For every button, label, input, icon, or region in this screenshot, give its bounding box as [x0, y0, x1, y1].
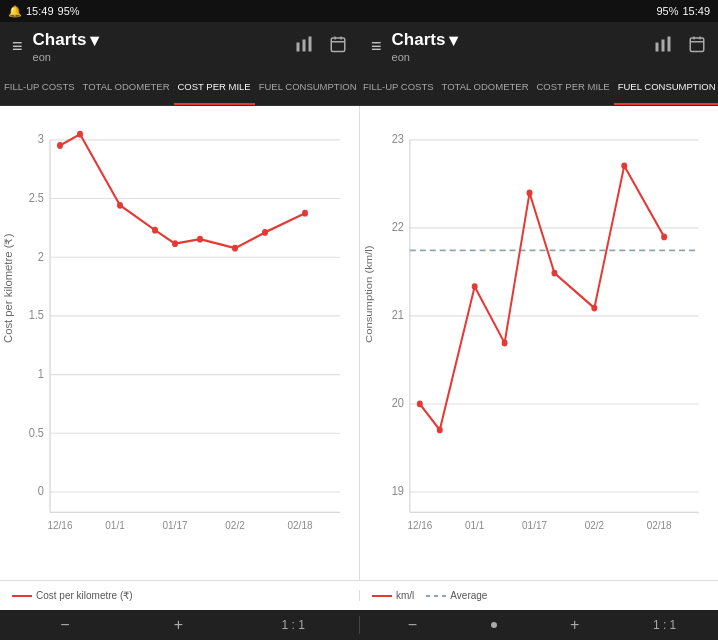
svg-text:12/16: 12/16 [47, 519, 72, 532]
svg-text:2.5: 2.5 [29, 190, 45, 204]
right-dot [491, 622, 497, 628]
right-tab-cost-per-mile[interactable]: COST PER MILE [533, 70, 614, 105]
svg-point-45 [302, 210, 308, 217]
svg-text:02/2: 02/2 [225, 519, 245, 532]
svg-text:1: 1 [38, 366, 44, 380]
left-toolbar-title: Charts ▾ eon [33, 30, 285, 63]
svg-point-37 [57, 142, 63, 149]
svg-rect-2 [309, 36, 312, 51]
notification-icon: 🔔 [8, 5, 22, 18]
right-dropdown-icon[interactable]: ▾ [449, 30, 458, 51]
svg-text:0.5: 0.5 [29, 425, 45, 439]
legend-average: Average [426, 590, 487, 601]
right-subtitle: eon [392, 51, 644, 63]
svg-text:12/16: 12/16 [407, 519, 432, 532]
legend-kml-label: km/l [396, 590, 414, 601]
status-right: 95% 15:49 [656, 5, 710, 17]
right-toolbar: ≡ Charts ▾ eon [359, 22, 718, 70]
left-tab-bar: FILL-UP COSTS TOTAL ODOMETER COST PER MI… [0, 70, 359, 106]
left-dropdown-icon[interactable]: ▾ [90, 30, 99, 51]
svg-point-73 [621, 162, 627, 169]
tab-total-odometer[interactable]: TOTAL ODOMETER [79, 70, 174, 105]
battery-left: 95% [58, 5, 80, 17]
right-bottom-pane: − + 1 : 1 [359, 616, 718, 634]
left-subtitle: eon [33, 51, 285, 63]
svg-text:1.5: 1.5 [29, 308, 45, 322]
svg-point-71 [551, 270, 557, 277]
right-plus-button[interactable]: + [564, 616, 585, 634]
legend-line-kml [372, 595, 392, 597]
right-tab-bar: FILL-UP COSTS TOTAL ODOMETER COST PER MI… [359, 70, 718, 106]
svg-rect-9 [668, 36, 671, 51]
right-toolbar-icons [654, 35, 706, 58]
right-menu-icon[interactable]: ≡ [371, 36, 382, 57]
legend-average-label: Average [450, 590, 487, 601]
svg-point-72 [591, 305, 597, 312]
svg-text:20: 20 [392, 396, 405, 410]
right-toolbar-title: Charts ▾ eon [392, 30, 644, 63]
svg-text:01/17: 01/17 [522, 519, 547, 532]
left-app-name: Charts ▾ [33, 30, 285, 51]
svg-point-66 [417, 401, 423, 408]
right-legend: km/l Average [359, 590, 718, 601]
svg-text:Consumption (km/l): Consumption (km/l) [363, 245, 374, 343]
svg-text:3: 3 [38, 132, 44, 146]
left-barchart-icon[interactable] [295, 35, 313, 58]
charts-area: 3 2.5 2 1.5 1 0.5 0 12/16 01/1 01/17 02/… [0, 106, 718, 580]
tab-cost-per-mile[interactable]: COST PER MILE [174, 70, 255, 105]
left-bottom-pane: − + 1 : 1 [0, 616, 359, 634]
svg-point-43 [232, 245, 238, 252]
battery-right: 95% [656, 5, 678, 17]
svg-rect-46 [360, 106, 718, 580]
svg-point-41 [172, 240, 178, 247]
svg-point-68 [472, 283, 478, 290]
svg-text:01/1: 01/1 [465, 519, 484, 532]
right-minus-button[interactable]: − [402, 616, 423, 634]
svg-rect-0 [297, 42, 300, 51]
legend-line-solid [12, 595, 32, 597]
svg-text:0: 0 [38, 484, 45, 498]
svg-rect-7 [656, 42, 659, 51]
left-minus-button[interactable]: − [54, 616, 75, 634]
svg-text:22: 22 [392, 220, 404, 234]
right-tab-total-odometer[interactable]: TOTAL ODOMETER [438, 70, 533, 105]
svg-point-38 [77, 131, 83, 138]
legend-kml: km/l [372, 590, 414, 601]
right-tab-fuel-consumption[interactable]: FUEL CONSUMPTION [614, 70, 718, 105]
svg-point-74 [661, 234, 667, 241]
left-toolbar-icons [295, 35, 347, 58]
left-legend: Cost per kilometre (₹) [0, 590, 359, 601]
svg-point-44 [262, 229, 268, 236]
right-tab-fillup-costs[interactable]: FILL-UP COSTS [359, 70, 438, 105]
svg-text:Cost per kilometre (₹): Cost per kilometre (₹) [3, 233, 14, 343]
right-panel: ≡ Charts ▾ eon FILL-UP COSTS TOTAL ODOME… [359, 22, 718, 106]
left-menu-icon[interactable]: ≡ [12, 36, 23, 57]
legend-bar: Cost per kilometre (₹) km/l Average [0, 580, 718, 610]
svg-text:23: 23 [392, 132, 404, 146]
svg-point-69 [502, 340, 508, 347]
svg-rect-1 [303, 39, 306, 51]
bottom-bar: − + 1 : 1 − + 1 : 1 [0, 610, 718, 640]
tab-fillup-costs[interactable]: FILL-UP COSTS [0, 70, 79, 105]
svg-text:02/2: 02/2 [585, 519, 604, 532]
svg-text:02/18: 02/18 [647, 519, 672, 532]
svg-rect-3 [331, 38, 345, 52]
right-chart-svg: 23 22 21 20 19 12/16 01/1 01/17 02/2 02/… [360, 106, 718, 580]
left-zoom-label: 1 : 1 [281, 618, 304, 632]
svg-text:19: 19 [392, 484, 404, 498]
svg-rect-8 [662, 39, 665, 51]
svg-point-67 [437, 427, 443, 434]
svg-text:01/1: 01/1 [105, 519, 125, 532]
left-calendar-icon[interactable] [329, 35, 347, 58]
tab-fuel-consumption[interactable]: FUEL CONSUMPTION [255, 70, 359, 105]
right-barchart-icon[interactable] [654, 35, 672, 58]
legend-line-average [426, 595, 446, 597]
left-chart-pane: 3 2.5 2 1.5 1 0.5 0 12/16 01/1 01/17 02/… [0, 106, 359, 580]
right-calendar-icon[interactable] [688, 35, 706, 58]
left-plus-button[interactable]: + [168, 616, 189, 634]
svg-point-39 [117, 202, 123, 209]
svg-rect-14 [0, 106, 359, 580]
svg-point-70 [527, 190, 533, 197]
status-time-left: 15:49 [26, 5, 54, 17]
svg-point-40 [152, 227, 158, 234]
